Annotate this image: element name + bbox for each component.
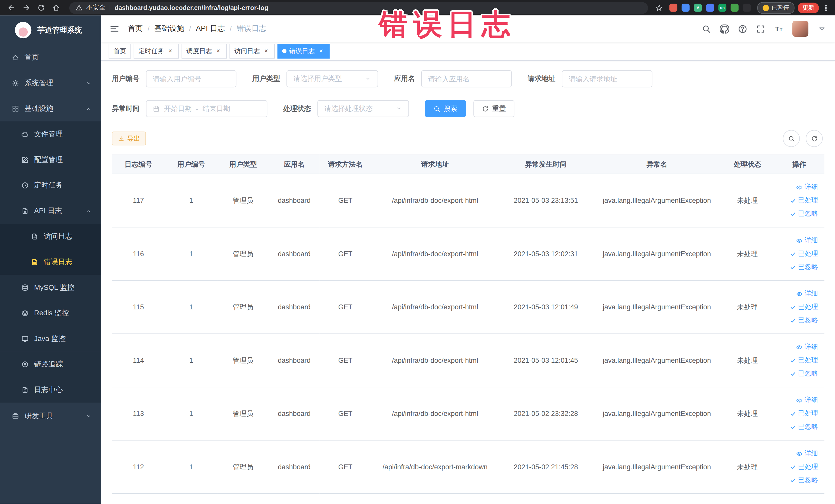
action-详细[interactable]: 详细 (776, 181, 818, 194)
sidebar-item-错误日志[interactable]: 错误日志 (0, 249, 101, 275)
breadcrumb-item-错误日志: 错误日志 (237, 24, 266, 33)
action-详细[interactable]: 详细 (776, 287, 818, 300)
home-icon[interactable] (50, 2, 62, 14)
question-icon[interactable] (738, 24, 747, 33)
check-icon (790, 264, 796, 270)
cell-user_type: 管理员 (217, 227, 269, 280)
action-详细[interactable]: 详细 (776, 394, 818, 407)
action-label: 已处理 (798, 194, 818, 207)
reload-icon[interactable] (35, 2, 47, 14)
action-已处理[interactable]: 已处理 (776, 300, 818, 314)
doc-edit-icon (31, 233, 38, 240)
sidebar-item-基础设施[interactable]: 基础设施 (0, 96, 101, 121)
action-已忽略[interactable]: 已忽略 (776, 367, 818, 380)
action-已处理[interactable]: 已处理 (776, 354, 818, 367)
tab-首页[interactable]: 首页 (108, 44, 131, 59)
sidebar-item-Java 监控[interactable]: Java 监控 (0, 326, 101, 352)
forward-icon[interactable] (20, 2, 32, 14)
app-name-input[interactable] (421, 70, 512, 87)
breadcrumb-item-首页[interactable]: 首页 (128, 24, 143, 33)
action-已处理[interactable]: 已处理 (776, 247, 818, 261)
action-已忽略[interactable]: 已忽略 (776, 207, 818, 221)
sidebar-item-label: 访问日志 (44, 231, 73, 241)
action-已忽略[interactable]: 已忽略 (776, 420, 818, 434)
sidebar-item-label: 链路追踪 (34, 360, 63, 369)
sidebar-menu: 首页系统管理基础设施文件管理配置管理定时任务API 日志访问日志错误日志MySQ… (0, 45, 101, 504)
action-已处理[interactable]: 已处理 (776, 407, 818, 420)
extension-icon-1[interactable] (681, 4, 690, 12)
extension-icon-2[interactable]: V (694, 4, 702, 12)
action-label: 已处理 (798, 247, 818, 261)
extension-icon-6[interactable] (743, 4, 751, 12)
cell-exception: java.lang.IllegalArgumentException (593, 334, 721, 387)
back-icon[interactable] (5, 2, 17, 14)
breadcrumb-item-基础设施[interactable]: 基础设施 (154, 24, 184, 33)
close-icon[interactable]: × (167, 47, 174, 55)
export-button[interactable]: 导出 (112, 132, 146, 145)
action-已忽略[interactable]: 已忽略 (776, 260, 818, 274)
avatar[interactable] (792, 21, 808, 37)
sidebar-item-访问日志[interactable]: 访问日志 (0, 224, 101, 249)
breadcrumb-item-API 日志[interactable]: API 日志 (196, 24, 225, 33)
caret-down-icon[interactable] (817, 24, 827, 33)
address-bar[interactable]: 不安全 | dashboard.yudao.iocoder.cn/infra/l… (69, 2, 648, 14)
reset-button[interactable]: 重置 (473, 100, 514, 117)
edit-icon (21, 156, 29, 164)
paused-label: 已暂停 (772, 4, 789, 12)
request-url-input[interactable] (562, 70, 652, 87)
sidebar-item-文件管理[interactable]: 文件管理 (0, 121, 101, 147)
action-详细[interactable]: 详细 (776, 234, 818, 247)
extension-icon-4[interactable]: on (718, 4, 727, 12)
tab-访问日志[interactable]: 访问日志× (229, 44, 274, 59)
tab-定时任务[interactable]: 定时任务× (134, 44, 179, 59)
close-icon[interactable]: × (263, 47, 270, 55)
tab-错误日志[interactable]: 错误日志× (278, 44, 330, 59)
cell-user_type: 管理员 (217, 280, 269, 334)
sidebar-item-首页[interactable]: 首页 (0, 45, 101, 70)
column-header-用户编号: 用户编号 (165, 155, 217, 174)
sidebar-item-API 日志[interactable]: API 日志 (0, 198, 101, 224)
bookmark-star-icon[interactable] (656, 4, 663, 12)
refresh-table-button[interactable] (806, 130, 823, 147)
toggle-search-button[interactable] (783, 130, 800, 147)
update-button[interactable]: 更新 (798, 2, 819, 13)
extension-icon-5[interactable] (731, 4, 738, 12)
action-详细[interactable]: 详细 (776, 340, 818, 354)
close-icon[interactable]: × (215, 47, 222, 55)
action-已处理[interactable]: 已处理 (776, 194, 818, 207)
user-type-select[interactable]: 请选择用户类型 (286, 70, 378, 87)
font-size-icon[interactable]: TT (774, 24, 783, 33)
search-button[interactable]: 搜索 (425, 100, 466, 117)
sidebar-item-MySQL 监控[interactable]: MySQL 监控 (0, 275, 101, 300)
tab-调度日志[interactable]: 调度日志× (182, 44, 227, 59)
sidebar-item-定时任务[interactable]: 定时任务 (0, 173, 101, 198)
sidebar-item-系统管理[interactable]: 系统管理 (0, 70, 101, 96)
action-详细[interactable]: 详细 (776, 447, 818, 460)
error-log-table: 日志编号用户编号用户类型应用名请求方法名请求地址异常发生时间异常名处理状态操作 … (112, 155, 824, 494)
sidebar-item-研发工具[interactable]: 研发工具 (0, 403, 101, 429)
action-已处理[interactable]: 已处理 (776, 460, 818, 473)
extension-icon-3[interactable] (706, 4, 714, 12)
active-tab-dot (282, 49, 287, 54)
close-icon[interactable]: × (317, 47, 325, 55)
action-已忽略[interactable]: 已忽略 (776, 473, 818, 487)
action-label: 详细 (805, 181, 818, 194)
eye-icon (796, 344, 803, 350)
fullscreen-icon[interactable] (756, 24, 765, 33)
sidebar-item-Redis 监控[interactable]: Redis 监控 (0, 300, 101, 326)
browser-menu-icon[interactable] (822, 4, 830, 12)
sidebar-item-链路追踪[interactable]: 链路追踪 (0, 351, 101, 377)
process-status-select[interactable]: 请选择处理状态 (317, 100, 409, 117)
sidebar-item-配置管理[interactable]: 配置管理 (0, 147, 101, 173)
paused-pill[interactable]: 已暂停 (757, 2, 794, 14)
sidebar-item-日志中心[interactable]: 日志中心 (0, 377, 101, 403)
extension-icon-0[interactable] (669, 4, 677, 12)
action-已忽略[interactable]: 已忽略 (776, 314, 818, 327)
date-range-picker[interactable]: 开始日期 - 结束日期 (146, 100, 267, 117)
github-icon[interactable] (720, 24, 729, 33)
search-icon[interactable] (702, 24, 711, 33)
hamburger-icon[interactable] (109, 24, 119, 33)
user-id-input[interactable] (146, 70, 237, 87)
logo[interactable]: 芋道管理系统 (0, 15, 101, 45)
action-label: 详细 (805, 447, 818, 460)
